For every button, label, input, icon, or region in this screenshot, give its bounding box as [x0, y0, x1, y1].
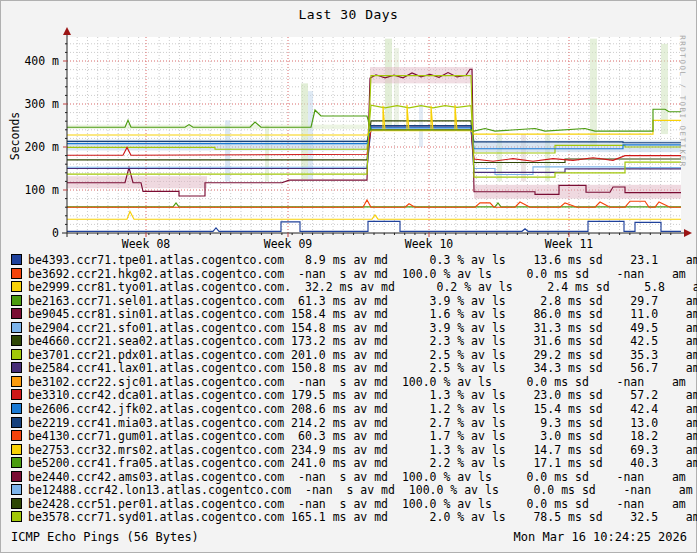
legend-color-swatch [11, 403, 22, 414]
legend-stats: -nan s av md 100.0 % av ls 0.0 ms sd -na… [284, 267, 686, 281]
legend-host: be3692.ccr21.hkg02.atlas.cogentco.com [28, 267, 284, 281]
smoke-plume [225, 120, 230, 181]
legend-color-swatch [11, 498, 22, 509]
legend-color-swatch [11, 484, 22, 495]
legend-host: be2606.ccr42.jfk02.atlas.cogentco.com [28, 402, 284, 416]
footer: ICMP Echo Pings (56 Bytes) Mon Mar 16 10… [11, 530, 687, 544]
legend-host: be2753.ccr32.mrs02.atlas.cogentco.com [28, 443, 284, 457]
x-tick-label: Week 08 [122, 237, 171, 251]
legend-host: be2904.ccr21.sfo01.atlas.cogentco.com [28, 321, 284, 335]
legend-color-swatch [11, 457, 22, 468]
smoke-plume [394, 48, 399, 130]
legend-color-swatch [11, 417, 22, 428]
legend-host: be12488.ccr42.lon13.atlas.cogentco.com [28, 483, 291, 497]
legend-row: be2999.ccr81.tyo01.atlas.cogentco.com. 3… [11, 281, 697, 295]
legend-host: be3578.ccr71.syd01.atlas.cogentco.com [28, 510, 284, 524]
legend: be4393.ccr71.tpe01.atlas.cogentco.com 8.… [11, 254, 697, 525]
legend-stats: -nan s av md 100.0 % av ls 0.0 ms sd -na… [284, 497, 686, 511]
legend-row: be4660.ccr21.sea02.atlas.cogentco.com 17… [11, 335, 697, 349]
legend-host: be3102.ccr22.sjc01.atlas.cogentco.com [28, 375, 284, 389]
legend-color-swatch [11, 389, 22, 400]
legend-stats: 208.6 ms av md 1.2 % av ls 15.4 ms sd 42… [284, 402, 697, 416]
graph-plot-area: 0100 m200 m300 m400 mWeek 08Week 09Week … [1, 1, 697, 253]
y-tick-label: 100 m [24, 183, 59, 197]
legend-host: be2428.ccr51.per01.atlas.cogentco.com [28, 497, 284, 511]
legend-stats: 60.3 ms av md 1.7 % av ls 3.0 ms sd 18.2… [284, 429, 697, 443]
footer-probe-info: ICMP Echo Pings (56 Bytes) [11, 530, 199, 544]
legend-color-swatch [11, 471, 22, 482]
legend-color-swatch [11, 322, 22, 333]
legend-stats: 150.8 ms av md 2.5 % av ls 34.3 ms sd 56… [284, 361, 697, 375]
legend-color-swatch [11, 362, 22, 373]
legend-stats: 154.8 ms av md 3.9 % av ls 31.3 ms sd 49… [284, 321, 697, 335]
legend-row: be2163.ccr71.sel01.atlas.cogentco.com 61… [11, 295, 697, 309]
legend-host: be4130.ccr71.gum01.atlas.cogentco.com [28, 429, 284, 443]
y-tick-label: 400 m [24, 54, 59, 68]
legend-stats: 201.0 ms av md 2.5 % av ls 29.2 ms sd 35… [284, 348, 697, 362]
legend-row: be5200.ccr41.fra05.atlas.cogentco.com 24… [11, 457, 697, 471]
legend-stats: 179.5 ms av md 1.3 % av ls 23.0 ms sd 57… [284, 388, 697, 402]
legend-stats: -nan s av md 100.0 % av ls 0.0 ms sd -na… [291, 483, 693, 497]
legend-stats: 241.0 ms av md 2.2 % av ls 17.1 ms sd 40… [284, 456, 697, 470]
legend-stats: 234.9 ms av md 1.3 % av ls 14.7 ms sd 69… [284, 443, 697, 457]
legend-stats: -nan s av md 100.0 % av ls 0.0 ms sd -na… [284, 375, 686, 389]
legend-stats: 173.2 ms av md 2.3 % av ls 31.6 ms sd 42… [284, 334, 697, 348]
legend-host: be2999.ccr81.tyo01.atlas.cogentco.com. [28, 280, 291, 294]
legend-color-swatch [11, 281, 22, 292]
legend-row: be9045.ccr81.sin01.atlas.cogentco.com 15… [11, 308, 697, 322]
legend-host: be3701.ccr21.pdx01.atlas.cogentco.com [28, 348, 284, 362]
x-tick-label: Week 11 [545, 237, 594, 251]
legend-row: be3701.ccr21.pdx01.atlas.cogentco.com 20… [11, 349, 697, 363]
legend-color-swatch [11, 430, 22, 441]
legend-host: be9045.ccr81.sin01.atlas.cogentco.com [28, 307, 284, 321]
legend-color-swatch [11, 349, 22, 360]
legend-stats: 32.2 ms av md 0.2 % av ls 2.4 ms sd 5.8 … [291, 280, 697, 294]
legend-row: be4130.ccr71.gum01.atlas.cogentco.com 60… [11, 430, 697, 444]
legend-host: be3310.ccr42.dca01.atlas.cogentco.com [28, 388, 284, 402]
legend-row: be3102.ccr22.sjc01.atlas.cogentco.com -n… [11, 376, 697, 390]
legend-row: be2584.ccr41.lax01.atlas.cogentco.com 15… [11, 362, 697, 376]
legend-color-swatch [11, 308, 22, 319]
legend-color-swatch [11, 376, 22, 387]
rrdtool-watermark: RRDTOOL / TOBI OETIKER [678, 22, 687, 182]
legend-stats: 214.2 ms av md 2.7 % av ls 9.3 ms sd 13.… [284, 416, 697, 430]
legend-host: be2219.ccr41.mia03.atlas.cogentco.com [28, 416, 284, 430]
y-axis-arrow [63, 27, 71, 35]
rrdtool-graph: Last 30 Days Seconds 0100 m200 m300 m400… [0, 0, 697, 553]
legend-color-swatch [11, 268, 22, 279]
legend-color-swatch [11, 335, 22, 346]
legend-row: be2606.ccr42.jfk02.atlas.cogentco.com 20… [11, 403, 697, 417]
legend-stats: -nan s av md 100.0 % av ls 0.0 ms sd -na… [284, 470, 686, 484]
legend-stats: 61.3 ms av md 3.9 % av ls 2.8 ms sd 29.7… [284, 294, 697, 308]
legend-row: be3310.ccr42.dca01.atlas.cogentco.com 17… [11, 389, 697, 403]
x-tick-label: Week 10 [405, 237, 454, 251]
legend-color-swatch [11, 511, 22, 522]
legend-row: be3692.ccr21.hkg02.atlas.cogentco.com -n… [11, 268, 697, 282]
legend-color-swatch [11, 254, 22, 265]
legend-color-swatch [11, 444, 22, 455]
legend-color-swatch [11, 295, 22, 306]
x-tick-label: Week 09 [264, 237, 313, 251]
legend-host: be2584.ccr41.lax01.atlas.cogentco.com [28, 361, 284, 375]
smoke-plume [265, 126, 269, 182]
legend-stats: 158.4 ms av md 1.6 % av ls 86.0 ms sd 11… [284, 307, 697, 321]
legend-row: be2904.ccr21.sfo01.atlas.cogentco.com 15… [11, 322, 697, 336]
smoke-plume [301, 83, 308, 179]
y-tick-label: 0 [52, 226, 59, 240]
legend-host: be2163.ccr71.sel01.atlas.cogentco.com [28, 294, 284, 308]
legend-stats: 165.1 ms av md 2.0 % av ls 78.5 ms sd 32… [284, 510, 697, 524]
legend-row: be3578.ccr71.syd01.atlas.cogentco.com 16… [11, 511, 697, 525]
legend-row: be2219.ccr41.mia03.atlas.cogentco.com 21… [11, 417, 697, 431]
legend-host: be4660.ccr21.sea02.atlas.cogentco.com [28, 334, 284, 348]
legend-host: be4393.ccr71.tpe01.atlas.cogentco.com [28, 254, 284, 267]
legend-host: be2440.ccr42.ams03.atlas.cogentco.com [28, 470, 284, 484]
y-tick-label: 200 m [24, 140, 59, 154]
x-axis-arrow [684, 229, 692, 237]
legend-row: be2753.ccr32.mrs02.atlas.cogentco.com 23… [11, 444, 697, 458]
legend-row: be2440.ccr42.ams03.atlas.cogentco.com -n… [11, 471, 697, 485]
footer-timestamp: Mon Mar 16 10:24:25 2026 [514, 530, 687, 544]
legend-row: be4393.ccr71.tpe01.atlas.cogentco.com 8.… [11, 254, 697, 268]
y-tick-label: 300 m [24, 97, 59, 111]
legend-host: be5200.ccr41.fra05.atlas.cogentco.com [28, 456, 284, 470]
smoke-plume [385, 39, 392, 130]
